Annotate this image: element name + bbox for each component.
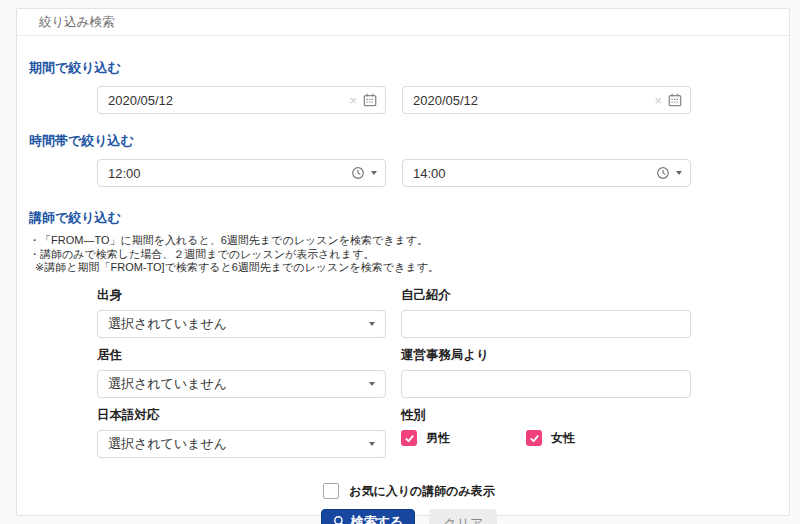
gender-field: 性別 男性 <box>401 408 691 458</box>
time-from-field[interactable] <box>97 159 386 187</box>
chevron-down-icon <box>369 322 375 326</box>
date-to-input[interactable] <box>403 87 690 113</box>
residence-label: 居住 <box>97 348 386 362</box>
office-note-label: 運営事務局より <box>401 348 691 362</box>
chevron-down-icon <box>369 442 375 446</box>
time-to-input[interactable] <box>403 160 690 186</box>
period-row: × × <box>97 86 789 114</box>
search-button-label: 検索する <box>351 513 404 524</box>
favorite-checkbox[interactable] <box>323 483 339 499</box>
chevron-down-icon[interactable] <box>676 171 682 175</box>
time-row <box>97 159 789 187</box>
japanese-support-field: 日本語対応 選択されていません <box>97 408 386 458</box>
search-button[interactable]: 検索する <box>321 509 416 524</box>
self-intro-field: 自己紹介 <box>401 288 691 338</box>
clear-button[interactable]: クリア <box>429 509 497 524</box>
clear-date-to-icon[interactable]: × <box>654 94 662 107</box>
section-title-time: 時間帯で絞り込む <box>29 132 789 150</box>
male-label: 男性 <box>426 430 450 447</box>
origin-selected-value: 選択されていません <box>108 315 227 333</box>
note-line: ・「FROM―TO」に期間を入れると、6週間先までのレッスンを検索できます。 <box>29 234 789 248</box>
origin-select[interactable]: 選択されていません <box>97 310 386 338</box>
residence-field: 居住 選択されていません <box>97 348 386 398</box>
female-label: 女性 <box>551 430 575 447</box>
note-line: ※講師と期間「FROM-TO]で検索すると6週間先までのレッスンを検索できます。 <box>29 261 789 275</box>
check-icon <box>529 433 540 444</box>
calendar-icon[interactable] <box>363 93 377 107</box>
panel-title: 絞り込み検索 <box>17 9 789 36</box>
office-note-input[interactable] <box>401 370 691 398</box>
self-intro-input[interactable] <box>401 310 691 338</box>
favorite-row: お気に入りの講師のみ表示 <box>29 483 789 500</box>
date-from-field[interactable]: × <box>97 86 386 114</box>
japanese-support-select[interactable]: 選択されていません <box>97 430 386 458</box>
filter-search-panel: 絞り込み検索 期間で絞り込む × <box>16 8 790 516</box>
office-note-field: 運営事務局より <box>401 348 691 398</box>
japanese-support-label: 日本語対応 <box>97 408 386 422</box>
section-title-period: 期間で絞り込む <box>29 59 789 77</box>
search-icon <box>333 515 346 524</box>
residence-selected-value: 選択されていません <box>108 375 227 393</box>
section-title-instructor: 講師で絞り込む <box>29 209 789 227</box>
note-line: ・講師のみで検索した場合、２週間までのレッスンが表示されます。 <box>29 248 789 262</box>
male-checkbox[interactable] <box>401 430 417 446</box>
residence-select[interactable]: 選択されていません <box>97 370 386 398</box>
instructor-filter-grid: 出身 選択されていません 自己紹介 居住 選択されていません 運営事務局より <box>97 288 691 458</box>
origin-label: 出身 <box>97 288 386 302</box>
time-to-field[interactable] <box>402 159 691 187</box>
time-from-input[interactable] <box>98 160 385 186</box>
chevron-down-icon <box>369 382 375 386</box>
calendar-icon[interactable] <box>668 93 682 107</box>
gender-label: 性別 <box>401 408 691 422</box>
date-to-field[interactable]: × <box>402 86 691 114</box>
date-from-input[interactable] <box>98 87 385 113</box>
clear-date-from-icon[interactable]: × <box>349 94 357 107</box>
female-checkbox[interactable] <box>526 430 542 446</box>
instructor-notes: ・「FROM―TO」に期間を入れると、6週間先までのレッスンを検索できます。 ・… <box>29 234 789 275</box>
chevron-down-icon[interactable] <box>371 171 377 175</box>
self-intro-label: 自己紹介 <box>401 288 691 302</box>
favorite-label: お気に入りの講師のみ表示 <box>349 483 495 500</box>
buttons-row: 検索する クリア <box>29 509 789 524</box>
japanese-support-selected-value: 選択されていません <box>108 435 227 453</box>
clock-icon[interactable] <box>351 166 365 180</box>
origin-field: 出身 選択されていません <box>97 288 386 338</box>
clock-icon[interactable] <box>656 166 670 180</box>
check-icon <box>404 433 415 444</box>
